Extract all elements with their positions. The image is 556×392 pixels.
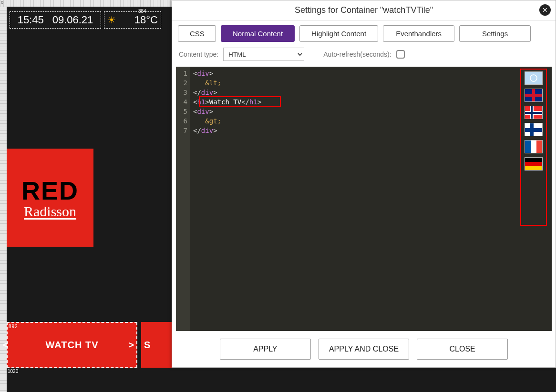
panel-title: Settings for Container "watchTVTile" xyxy=(295,5,433,15)
status-weather-box[interactable]: ☀ 18°C xyxy=(104,11,161,29)
flag-fi[interactable] xyxy=(525,123,543,136)
flag-fr[interactable] xyxy=(525,140,543,153)
logo-tile[interactable]: RED Radisson xyxy=(7,149,93,247)
tab-css[interactable]: CSS xyxy=(178,25,216,42)
ruler-vertical xyxy=(0,7,7,392)
close-icon[interactable]: ✕ xyxy=(539,4,551,16)
tab-eventhandlers[interactable]: Eventhandlers xyxy=(383,25,454,42)
content-type-row: Content type: HTML Auto-refresh(seconds)… xyxy=(172,46,556,67)
flag-uk[interactable] xyxy=(525,89,543,102)
content-type-select[interactable]: HTML xyxy=(223,48,304,61)
flag-de[interactable] xyxy=(525,157,543,171)
tab-normal-content[interactable]: Normal Content xyxy=(221,25,295,42)
svg-point-0 xyxy=(530,75,537,81)
chevron-right-icon: > xyxy=(128,340,134,351)
status-time-box[interactable]: 15:45 09.06.21 xyxy=(10,11,101,29)
coord-label: 1020 xyxy=(8,369,18,374)
tab-row: CSS Normal Content Highlight Content Eve… xyxy=(172,20,556,46)
tab-settings[interactable]: Settings xyxy=(459,25,531,42)
auto-refresh-label: Auto-refresh(seconds): xyxy=(323,50,391,58)
sun-icon: ☀ xyxy=(107,14,116,26)
temperature: 18°C xyxy=(134,14,158,26)
flag-no[interactable] xyxy=(525,106,543,119)
tile-row: 892 < WATCH TV > S xyxy=(7,322,179,368)
editor-gutter: 1 2 3 4 5 6 7 xyxy=(176,67,190,331)
apply-and-close-button[interactable]: APPLY AND CLOSE xyxy=(319,339,410,360)
logo-line1: RED xyxy=(21,176,79,205)
code-editor[interactable]: 1 2 3 4 5 6 7 <div> &lt; </div> <h1>Watc… xyxy=(176,67,552,331)
logo-line2: Radisson xyxy=(24,203,76,220)
chevron-left-icon: < xyxy=(3,340,9,351)
next-tile-initial: S xyxy=(144,340,150,351)
content-type-label: Content type: xyxy=(179,50,218,58)
container-settings-panel: Settings for Container "watchTVTile" ✕ C… xyxy=(172,0,556,368)
flag-un[interactable] xyxy=(525,71,543,85)
watch-tv-label: WATCH TV xyxy=(46,340,99,351)
language-flag-column xyxy=(520,69,547,226)
ruler-horizontal: 0 xyxy=(0,0,172,7)
clock-time: 15:45 xyxy=(18,14,44,26)
watch-tv-tile[interactable]: 892 < WATCH TV > xyxy=(7,322,137,368)
ruler-mark: 0 xyxy=(1,0,3,5)
panel-header: Settings for Container "watchTVTile" ✕ xyxy=(172,0,556,20)
auto-refresh-checkbox[interactable] xyxy=(396,50,405,59)
tab-highlight-content[interactable]: Highlight Content xyxy=(299,25,378,42)
clock-date: 09.06.21 xyxy=(52,14,93,26)
coord-label: 892 xyxy=(9,324,18,329)
editor-content[interactable]: <div> &lt; </div> <h1>Watch TV</h1> <div… xyxy=(190,67,552,331)
close-button[interactable]: CLOSE xyxy=(417,339,508,360)
apply-button[interactable]: APPLY xyxy=(220,339,311,360)
panel-footer: APPLY APPLY AND CLOSE CLOSE xyxy=(172,331,556,367)
